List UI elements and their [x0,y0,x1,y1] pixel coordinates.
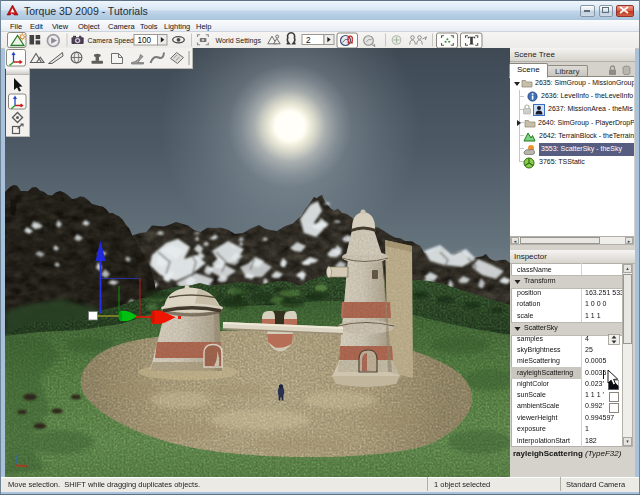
svg-text:2: 2 [306,36,311,45]
svg-text:Camera Speed: Camera Speed [88,37,135,45]
svg-text:100: 100 [138,36,152,45]
svg-text:World Settings: World Settings [216,37,262,45]
